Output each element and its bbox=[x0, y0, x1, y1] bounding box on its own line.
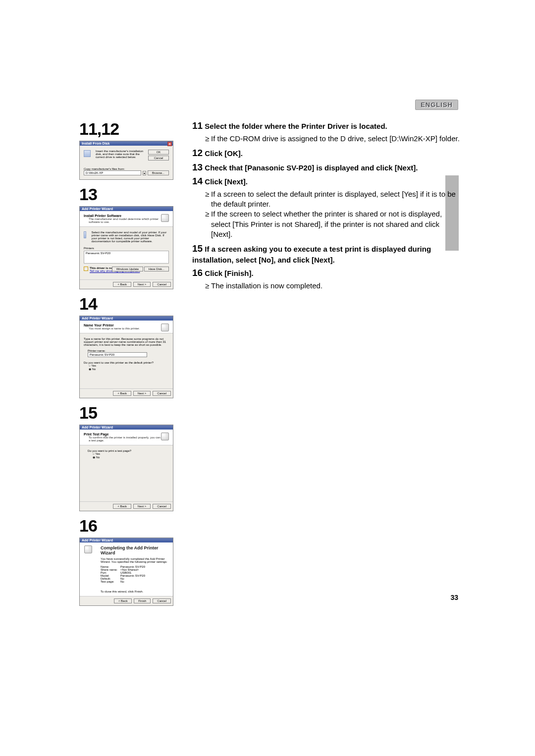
header-title: Name Your Printer bbox=[84, 324, 169, 327]
printers-label: Printers bbox=[84, 247, 169, 250]
path-input[interactable]: D:\Win2K-XP bbox=[84, 170, 141, 175]
cancel-button[interactable]: Cancel bbox=[153, 391, 171, 396]
heading-11-12: 11,12 bbox=[79, 119, 186, 139]
bullet: If the screen to select whether the prin… bbox=[205, 209, 460, 239]
step-number: 14 bbox=[192, 176, 203, 186]
next-button[interactable]: Next > bbox=[133, 504, 151, 509]
heading-14: 14 bbox=[79, 294, 186, 314]
page-number: 33 bbox=[450, 594, 458, 601]
windows-update-button[interactable]: Windows Update bbox=[112, 267, 143, 271]
have-disk-button[interactable]: Have Disk... bbox=[144, 267, 169, 271]
complete-title: Completing the Add Printer Wizard bbox=[101, 545, 169, 555]
step-number: 15 bbox=[192, 243, 203, 254]
settings-summary: Name:Panasonic SV-P20 Share name:<Not Sh… bbox=[101, 565, 169, 583]
dropdown-icon[interactable]: ▾ bbox=[143, 171, 146, 175]
close-icon[interactable]: × bbox=[167, 142, 172, 146]
printer-name-input[interactable]: Panasonic SV-P20 bbox=[88, 352, 147, 357]
header-subtitle: The manufacturer and model determine whi… bbox=[84, 217, 169, 223]
printers-list[interactable]: Panasonic SV-P20 bbox=[84, 251, 169, 264]
dialog-titlebar: Install From Disk × bbox=[80, 141, 173, 146]
step-number: 13 bbox=[192, 162, 203, 172]
printer-list-item[interactable]: Panasonic SV-P20 bbox=[84, 251, 168, 255]
back-button[interactable]: < Back bbox=[113, 282, 131, 287]
header-title: Print Test Page bbox=[84, 432, 169, 436]
step-text: Click [Finish]. bbox=[205, 269, 253, 277]
body-text: Select the manufacturer and model of you… bbox=[91, 231, 169, 243]
printer-icon bbox=[161, 432, 169, 440]
disk-icon bbox=[84, 231, 86, 238]
step-number: 16 bbox=[192, 268, 203, 278]
radio-no[interactable]: No bbox=[84, 367, 169, 371]
print-test-page-dialog: Add Printer Wizard Print Test Page To co… bbox=[79, 425, 173, 511]
install-from-disk-dialog: Install From Disk × Insert the manufactu… bbox=[79, 141, 173, 180]
back-button[interactable]: < Back bbox=[114, 598, 132, 603]
header-subtitle: To confirm that the printer is installed… bbox=[84, 436, 169, 442]
disk-icon bbox=[84, 150, 91, 157]
heading-13: 13 bbox=[79, 185, 186, 204]
bullet: If the CD-ROM drive is assigned to the D… bbox=[205, 134, 460, 144]
completing-wizard-dialog: Add Printer Wizard Completing the Add Pr… bbox=[79, 538, 173, 606]
step-number: 11 bbox=[192, 120, 203, 131]
instruction-text: Insert the manufacturer's installation d… bbox=[96, 150, 145, 159]
warning-icon bbox=[84, 267, 88, 271]
dialog-title: Install From Disk bbox=[82, 142, 109, 145]
step-text: Click [OK]. bbox=[205, 149, 243, 158]
printer-icon bbox=[161, 324, 169, 331]
close-hint: To close this wizard, click Finish. bbox=[101, 590, 169, 593]
document-page: ENGLISH 11,12 Install From Disk × Insert… bbox=[0, 0, 535, 756]
body-text: Type a name for this printer. Because so… bbox=[84, 337, 169, 346]
printer-icon bbox=[161, 214, 169, 222]
dialog-titlebar: Add Printer Wizard bbox=[80, 425, 173, 430]
finish-button[interactable]: Finish bbox=[134, 598, 151, 603]
cancel-button[interactable]: Cancel bbox=[153, 598, 171, 603]
step-text: If a screen asking you to execute a test… bbox=[192, 245, 431, 264]
cancel-button[interactable]: Cancel bbox=[153, 504, 171, 509]
printer-icon bbox=[84, 545, 92, 553]
heading-16: 16 bbox=[79, 516, 186, 536]
step-number: 12 bbox=[192, 148, 203, 158]
back-button[interactable]: < Back bbox=[113, 391, 131, 396]
install-printer-software-dialog: Add Printer Wizard Install Printer Softw… bbox=[79, 206, 173, 289]
ok-button[interactable]: OK bbox=[148, 150, 169, 155]
step-text: Select the folder where the Printer Driv… bbox=[205, 122, 387, 130]
header-title: Install Printer Software bbox=[84, 214, 169, 217]
heading-15: 15 bbox=[79, 403, 186, 423]
next-button[interactable]: Next > bbox=[133, 282, 151, 287]
name-printer-dialog: Add Printer Wizard Name Your Printer You… bbox=[79, 316, 173, 398]
dialog-titlebar: Add Printer Wizard bbox=[80, 316, 173, 321]
step-text: Click [Next]. bbox=[205, 177, 248, 186]
cancel-button[interactable]: Cancel bbox=[153, 282, 171, 287]
instructions-column: 11 Select the folder where the Printer D… bbox=[192, 119, 460, 294]
language-badge: ENGLISH bbox=[415, 100, 458, 110]
dialog-titlebar: Add Printer Wizard bbox=[80, 207, 173, 211]
dialog-titlebar: Add Printer Wizard bbox=[80, 538, 173, 542]
cancel-button[interactable]: Cancel bbox=[148, 156, 169, 161]
radio-no[interactable]: No bbox=[84, 455, 169, 459]
step-text: Check that [Panasonic SV-P20] is display… bbox=[205, 163, 418, 172]
browse-button[interactable]: Browse... bbox=[148, 170, 169, 175]
back-button[interactable]: < Back bbox=[113, 504, 131, 509]
next-button[interactable]: Next > bbox=[133, 391, 151, 396]
header-subtitle: You must assign a name to this printer. bbox=[84, 327, 169, 330]
complete-subtitle: You have successfully completed the Add … bbox=[101, 557, 169, 563]
screenshots-column: 11,12 Install From Disk × Insert the man… bbox=[79, 119, 186, 611]
bullet: The installation is now completed. bbox=[205, 281, 460, 291]
bullet: If a screen to select the default printe… bbox=[205, 189, 460, 210]
